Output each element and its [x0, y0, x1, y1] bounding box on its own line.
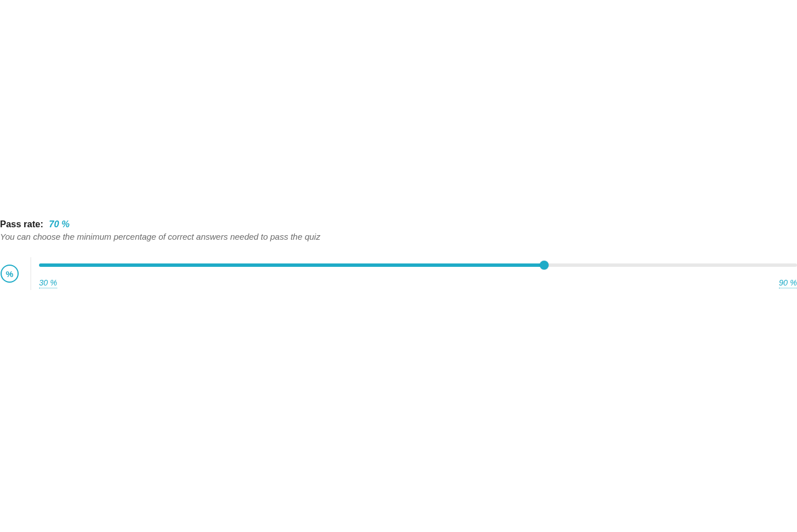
pass-rate-label: Pass rate:: [0, 219, 44, 230]
pass-rate-section: Pass rate: 70 % You can choose the minim…: [0, 219, 797, 290]
pass-rate-slider[interactable]: [39, 263, 797, 267]
pass-rate-header: Pass rate: 70 %: [0, 219, 797, 230]
pass-rate-value: 70 %: [49, 219, 70, 230]
vertical-divider: [31, 257, 31, 290]
pass-rate-description: You can choose the minimum percentage of…: [0, 232, 797, 241]
slider-row: % 30 % 90 %: [0, 257, 797, 290]
percent-icon-wrapper: %: [0, 264, 19, 283]
slider-min-label: 30 %: [39, 278, 57, 288]
slider-labels: 30 % 90 %: [39, 278, 797, 288]
percent-icon: %: [1, 265, 19, 283]
slider-area: 30 % 90 %: [39, 259, 797, 288]
slider-thumb[interactable]: [540, 261, 549, 270]
slider-max-label: 90 %: [779, 278, 797, 288]
slider-fill: [39, 263, 544, 267]
